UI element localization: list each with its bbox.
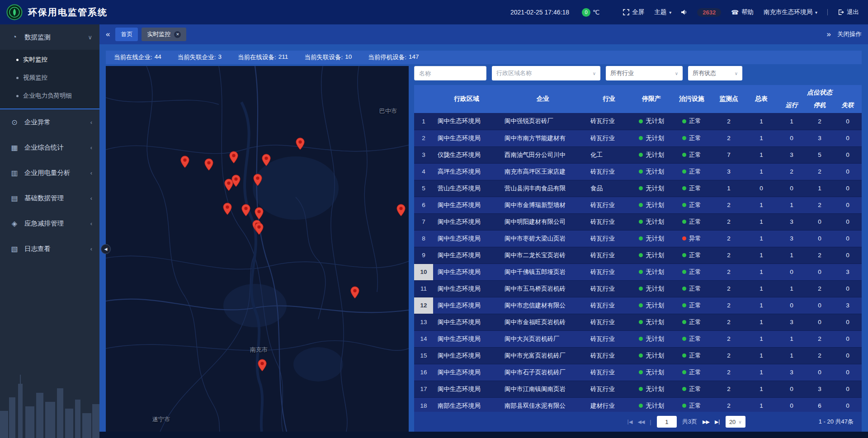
cell-stopped: 2 [806, 330, 834, 347]
map-pin-icon[interactable] [262, 154, 271, 166]
cell-industry: 砖瓦行业 [586, 347, 632, 364]
page-size-select[interactable]: 20 ∨ [726, 416, 745, 428]
sidebar-group[interactable]: ▤基础数据管理‹ [0, 185, 99, 211]
cell-meters: 1 [745, 163, 778, 180]
cell-industry: 砖瓦行业 [586, 163, 632, 180]
cell-region: 阆中生态环境局 [433, 247, 500, 264]
industry-filter-select[interactable]: 所有行业 ∨ [606, 66, 683, 80]
table-row[interactable]: 1阆中生态环境局阆中强锐页岩砖厂砖瓦行业无计划正常21120 [414, 113, 862, 130]
sidebar-subitem[interactable]: 视频监控 [0, 69, 99, 87]
sidebar-group[interactable]: ▦企业综合统计‹ [0, 135, 99, 160]
map-pin-icon[interactable] [223, 203, 232, 215]
map-pin-icon[interactable] [253, 174, 262, 186]
theme-dropdown[interactable]: 主题 ▾ [654, 8, 671, 16]
logout-button[interactable]: 退出 [838, 8, 859, 16]
cell-stopped: 6 [806, 397, 834, 412]
first-page-button[interactable]: ∣◀ [627, 419, 632, 425]
header-region: 行政区域 [433, 85, 500, 113]
map-pin-icon[interactable] [231, 174, 241, 187]
cell-region: 阆中生态环境局 [433, 230, 500, 247]
table-row[interactable]: 8阆中生态环境局阆中市枣碧大梁山页岩砖瓦行业无计划异常21300 [414, 230, 862, 247]
cell-points: 2 [712, 113, 745, 130]
map-pin-icon[interactable] [229, 151, 238, 164]
help-button[interactable]: ☎ 帮助 [731, 8, 754, 16]
cell-facility: 正常 [671, 397, 712, 412]
cell-stopped: 2 [806, 347, 834, 364]
temperature-unit: ℃ [593, 9, 599, 16]
last-page-button[interactable]: ▶∣ [715, 419, 720, 425]
map-pin-icon[interactable] [255, 207, 264, 220]
close-operations-button[interactable]: 关闭操作 [837, 30, 862, 38]
cell-meters: 0 [745, 180, 778, 197]
close-icon[interactable]: ✕ [174, 31, 181, 38]
cell-stop-limit: 无计划 [632, 347, 671, 364]
alert-count-badge[interactable]: 2632 [697, 8, 721, 17]
fullscreen-icon [623, 9, 629, 15]
table-row[interactable]: 3仪陇生态环境局西南油气田分公司川中化工无计划正常71350 [414, 146, 862, 163]
sidebar-subitem[interactable]: 企业电力负荷明细 [0, 87, 99, 105]
table-row[interactable]: 5营山生态环境局营山县润丰肉食品有限食品无计划正常10010 [414, 180, 862, 197]
map-pin-icon[interactable] [396, 204, 406, 217]
cell-points: 2 [712, 247, 745, 264]
table-row[interactable]: 16阆中生态环境局阆中市石子页岩机砖厂砖瓦行业无计划正常21300 [414, 364, 862, 381]
table-row[interactable]: 12阆中生态环境局阆中市忠信建材有限公砖瓦行业无计划正常21003 [414, 297, 862, 314]
speaker-icon[interactable] [681, 9, 687, 15]
table-row[interactable]: 14阆中生态环境局阆中大兴页岩机砖厂砖瓦行业无计划正常21120 [414, 330, 862, 347]
tab-item[interactable]: 首页 [115, 28, 138, 41]
prev-page-button[interactable]: ◀◀ [637, 419, 644, 425]
cell-stopped: 2 [806, 197, 834, 213]
sidebar-group[interactable]: ▥企业用电量分析‹ [0, 160, 99, 185]
tab-active[interactable]: 实时监控✕ [142, 28, 186, 41]
status-filter-select[interactable]: 所有状态 ∨ [688, 66, 742, 80]
sidebar-group[interactable]: ⊙企业异常‹ [0, 109, 99, 135]
sidebar-group-icon: ⊙ [10, 118, 19, 127]
tabs-list: 首页实时监控✕ [115, 28, 190, 41]
next-page-button[interactable]: ▶▶ [703, 419, 709, 425]
table-row[interactable]: 9阆中生态环境局阆中市二龙长宝页岩砖砖瓦行业无计划正常21120 [414, 247, 862, 264]
fullscreen-button[interactable]: 全屏 [623, 8, 644, 16]
cell-region: 阆中生态环境局 [433, 297, 500, 314]
tabs-scroll-right-icon[interactable]: » [827, 30, 831, 39]
cell-company: 阆中市枣碧大梁山页岩 [500, 230, 586, 247]
sidebar-group[interactable]: ◈应急减排管理‹ [0, 211, 99, 236]
org-dropdown[interactable]: 南充市生态环境局 ▾ [764, 8, 817, 16]
cell-lost: 0 [834, 130, 862, 146]
header-run: 运行 [778, 100, 806, 113]
cell-lost: 0 [834, 213, 862, 230]
cell-meters: 1 [745, 314, 778, 330]
cell-lost: 0 [834, 381, 862, 397]
tabs-scroll-left-icon[interactable]: « [106, 30, 110, 39]
sidebar-group[interactable]: ▧日志查看‹ [0, 236, 99, 261]
sidebar-subitem[interactable]: 实时监控 [0, 51, 99, 69]
map-collapse-button[interactable]: ◀ [101, 244, 111, 254]
cell-stopped: 3 [806, 130, 834, 146]
map-pin-icon[interactable] [180, 155, 189, 168]
table-row[interactable]: 18南部生态环境局南部县双佳水泥有限公建材行业无计划正常21060 [414, 397, 862, 412]
map-pin-icon[interactable] [241, 204, 251, 217]
region-filter-select[interactable]: 行政区域名称 ∨ [492, 66, 600, 80]
table-row[interactable]: 13阆中生态环境局阆中市金福旺页岩机砖砖瓦行业无计划正常21300 [414, 314, 862, 330]
table-row[interactable]: 6阆中生态环境局阆中市金博瑞新型墙材砖瓦行业无计划正常21120 [414, 197, 862, 213]
map-pin-icon[interactable] [204, 158, 213, 171]
cell-run: 3 [778, 230, 806, 247]
table-row[interactable]: 2阆中生态环境局阆中市南方节能建材有砖瓦行业无计划正常21030 [414, 130, 862, 146]
cell-industry: 砖瓦行业 [586, 247, 632, 264]
map-panel[interactable]: 巴中市南充市遂宁市 ◀ [106, 66, 409, 432]
map-pin-icon[interactable] [296, 137, 305, 150]
table-row[interactable]: 4高坪生态环境局南充市高坪区王家店建砖瓦行业无计划正常31220 [414, 163, 862, 180]
table-row[interactable]: 15阆中生态环境局阆中市光富页岩机砖厂砖瓦行业无计划正常21120 [414, 347, 862, 364]
status-dot-normal [682, 287, 686, 291]
table-row[interactable]: 10阆中生态环境局阆中千佛镇五郎垭页岩砖瓦行业无计划正常21003 [414, 264, 862, 280]
page-number-input[interactable] [657, 416, 677, 428]
table-row[interactable]: 11阆中生态环境局阆中市五马桥页岩机砖砖瓦行业无计划正常21120 [414, 280, 862, 297]
sidebar-group[interactable]: ◔数据监测∨ [0, 24, 99, 50]
map-pin-icon[interactable] [257, 359, 267, 372]
name-filter-input[interactable] [414, 66, 486, 80]
table-row[interactable]: 7阆中生态环境局阆中明阳建材有限公司砖瓦行业无计划正常21300 [414, 213, 862, 230]
map-pin-icon[interactable] [350, 286, 360, 299]
table-row[interactable]: 17阆中生态环境局阆中市江南镇阆南页岩砖瓦行业无计划正常21030 [414, 381, 862, 397]
stat-item: 当前失联企业:3 [178, 53, 222, 61]
cell-region: 阆中生态环境局 [433, 197, 500, 213]
cell-run: 0 [778, 180, 806, 197]
map-pin-icon[interactable] [255, 222, 264, 235]
